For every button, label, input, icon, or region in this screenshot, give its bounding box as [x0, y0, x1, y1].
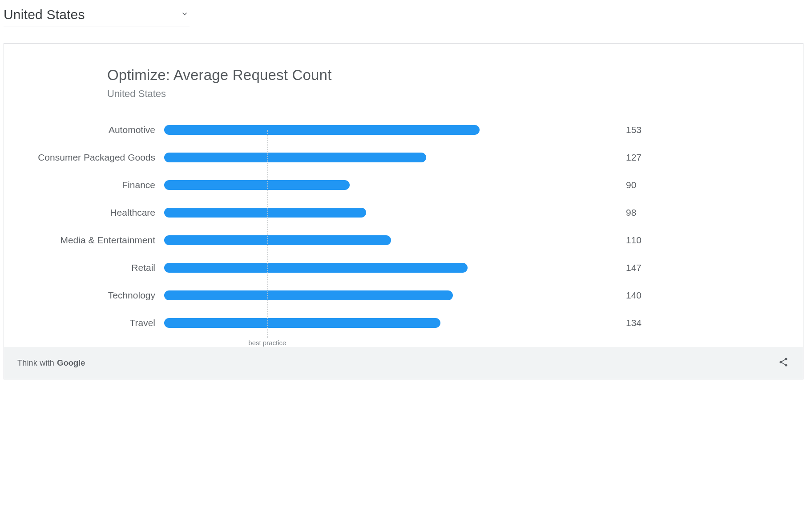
category-label: Retail: [35, 262, 164, 274]
bar-track: [164, 180, 618, 190]
category-label: Automotive: [35, 124, 164, 136]
bar-value: 140: [618, 290, 642, 301]
country-dropdown[interactable]: United States: [4, 4, 190, 27]
bar-value: 153: [618, 125, 642, 135]
category-label: Consumer Packaged Goods: [35, 152, 164, 163]
bar: [164, 125, 480, 135]
card-footer: Think with Google: [4, 347, 803, 379]
bar: [164, 208, 366, 218]
category-label: Media & Entertainment: [35, 234, 164, 246]
category-label: Finance: [35, 179, 164, 191]
chart-card: Optimize: Average Request Count United S…: [4, 43, 803, 379]
chart-subtitle: United States: [107, 88, 772, 100]
share-icon: [778, 357, 789, 369]
bar-track: [164, 263, 618, 273]
bar-value: 127: [618, 152, 642, 163]
bar-track: [164, 318, 618, 328]
google-logo-text: Google: [57, 358, 85, 368]
chart-row: Media & Entertainment110: [35, 228, 772, 253]
bar: [164, 180, 350, 190]
country-dropdown-label: United States: [4, 7, 85, 22]
category-label: Travel: [35, 317, 164, 329]
chart-rows: Automotive153Consumer Packaged Goods127F…: [35, 117, 772, 335]
svg-rect-4: [781, 362, 787, 366]
attribution-prefix: Think with: [17, 359, 54, 368]
bar-value: 147: [618, 262, 642, 273]
bar: [164, 318, 440, 328]
chart-row: Finance90: [35, 173, 772, 197]
bar-track: [164, 125, 618, 135]
chart-row: Healthcare98: [35, 200, 772, 225]
chart-row: Technology140: [35, 283, 772, 308]
bar-track: [164, 208, 618, 218]
chart-row: Retail147: [35, 255, 772, 280]
chart-row: Consumer Packaged Goods127: [35, 145, 772, 170]
category-label: Technology: [35, 290, 164, 301]
bar: [164, 263, 468, 273]
bar: [164, 235, 391, 245]
chart-row: Automotive153: [35, 117, 772, 142]
svg-rect-3: [781, 359, 787, 363]
chart-row: Travel134: [35, 310, 772, 335]
bar-track: [164, 290, 618, 300]
bar-value: 90: [618, 180, 636, 190]
best-practice-line: [267, 130, 268, 338]
bar-value: 98: [618, 207, 636, 218]
bar-track: [164, 153, 618, 162]
bar-value: 134: [618, 318, 642, 328]
bar-value: 110: [618, 235, 642, 246]
attribution-text: Think with Google: [17, 358, 85, 368]
chart-title: Optimize: Average Request Count: [107, 67, 772, 84]
category-label: Healthcare: [35, 207, 164, 218]
bar-track: [164, 235, 618, 245]
chevron-down-icon: [181, 10, 189, 20]
bar: [164, 290, 453, 300]
share-button[interactable]: [777, 357, 790, 369]
best-practice-label: best practice: [248, 339, 286, 347]
bar: [164, 153, 426, 162]
